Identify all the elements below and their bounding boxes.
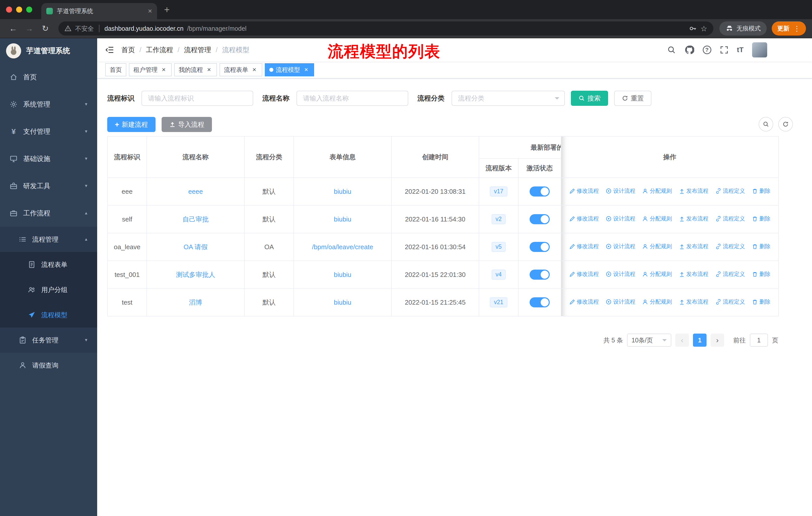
active-status-toggle[interactable] — [529, 242, 550, 252]
sidebar-collapse-icon[interactable] — [105, 46, 114, 54]
modify-process-link[interactable]: 修改流程 — [569, 270, 599, 278]
fullscreen-icon[interactable] — [720, 46, 728, 54]
process-category-select[interactable]: 流程分类 — [452, 91, 565, 106]
design-process-link[interactable]: 设计流程 — [606, 215, 635, 222]
version-badge[interactable]: v17 — [490, 186, 507, 196]
process-definition-link[interactable]: 流程定义 — [715, 215, 745, 222]
browser-menu-icon[interactable]: ⋮ — [793, 24, 801, 33]
reset-button[interactable]: 重置 — [614, 91, 651, 106]
create-process-button[interactable]: + 新建流程 — [107, 117, 155, 132]
view-tag[interactable]: 租户管理 — [129, 63, 172, 76]
breadcrumb-item[interactable]: 流程管理 — [184, 45, 222, 54]
font-size-icon[interactable]: tT — [737, 46, 744, 54]
delete-process-link[interactable]: 删除 — [752, 215, 771, 222]
process-name-link[interactable]: eeee — [188, 188, 203, 195]
process-definition-link[interactable]: 流程定义 — [715, 187, 745, 195]
assign-rule-link[interactable]: 分配规则 — [642, 215, 672, 222]
form-info-link[interactable]: biubiu — [334, 299, 351, 306]
publish-process-link[interactable]: 发布流程 — [679, 187, 708, 195]
process-name-link[interactable]: 自己审批 — [182, 215, 209, 223]
design-process-link[interactable]: 设计流程 — [606, 270, 635, 278]
sidebar-item-workflow[interactable]: 工作流程 — [0, 199, 97, 227]
design-process-link[interactable]: 设计流程 — [606, 243, 635, 250]
forward-icon[interactable]: → — [22, 21, 36, 35]
sidebar-item-devtools[interactable]: 研发工具 — [0, 172, 97, 199]
process-definition-link[interactable]: 流程定义 — [715, 270, 745, 278]
search-button[interactable]: 搜索 — [571, 91, 608, 106]
delete-process-link[interactable]: 删除 — [752, 270, 771, 278]
sidebar-item-payment[interactable]: ¥ 支付管理 — [0, 118, 97, 145]
security-label[interactable]: 不安全 — [75, 24, 94, 33]
window-zoom-button[interactable] — [26, 6, 32, 12]
publish-process-link[interactable]: 发布流程 — [679, 270, 708, 278]
goto-page-input[interactable] — [750, 333, 768, 347]
search-icon[interactable] — [667, 45, 676, 54]
form-info-link[interactable]: biubiu — [334, 188, 351, 195]
prev-page-button[interactable] — [675, 333, 689, 347]
assign-rule-link[interactable]: 分配规则 — [642, 298, 672, 306]
sidebar-item-task-management[interactable]: 任务管理 — [0, 328, 97, 353]
version-badge[interactable]: v5 — [492, 242, 506, 252]
assign-rule-link[interactable]: 分配规则 — [642, 187, 672, 195]
sidebar-item-process-form[interactable]: 流程表单 — [0, 252, 97, 277]
breadcrumb-item[interactable]: 工作流程 — [146, 45, 184, 54]
bookmark-star-icon[interactable]: ☆ — [700, 24, 707, 33]
process-key-input[interactable] — [141, 91, 253, 106]
back-icon[interactable]: ← — [6, 21, 20, 35]
tag-close-icon[interactable] — [160, 66, 167, 73]
form-info-link[interactable]: /bpm/oa/leave/create — [312, 243, 373, 251]
modify-process-link[interactable]: 修改流程 — [569, 215, 599, 222]
process-definition-link[interactable]: 流程定义 — [715, 298, 745, 306]
import-process-button[interactable]: 导入流程 — [162, 117, 212, 132]
reload-icon[interactable]: ↻ — [38, 21, 52, 35]
delete-process-link[interactable]: 删除 — [752, 243, 771, 250]
view-tag[interactable]: 流程模型 — [265, 63, 314, 76]
help-icon[interactable]: ? — [703, 46, 711, 54]
next-page-button[interactable] — [710, 333, 724, 347]
publish-process-link[interactable]: 发布流程 — [679, 243, 708, 250]
view-tag[interactable]: 我的流程 — [174, 63, 217, 76]
assign-rule-link[interactable]: 分配规则 — [642, 243, 672, 250]
window-close-button[interactable] — [6, 6, 12, 12]
form-info-link[interactable]: biubiu — [334, 215, 351, 223]
hide-search-button[interactable] — [759, 117, 773, 132]
modify-process-link[interactable]: 修改流程 — [569, 298, 599, 306]
address-bar[interactable]: 不安全 dashboard.yudao.iocoder.cn /bpm/mana… — [58, 21, 713, 35]
process-name-input[interactable] — [296, 91, 408, 106]
design-process-link[interactable]: 设计流程 — [606, 298, 635, 306]
form-info-link[interactable]: biubiu — [334, 271, 351, 278]
github-icon[interactable] — [685, 45, 694, 55]
sidebar-item-system[interactable]: 系统管理 — [0, 91, 97, 118]
version-badge[interactable]: v4 — [492, 270, 506, 279]
password-key-icon[interactable] — [689, 24, 697, 32]
sidebar-item-home[interactable]: 首页 — [0, 63, 97, 91]
assign-rule-link[interactable]: 分配规则 — [642, 270, 672, 278]
tag-close-icon[interactable] — [205, 66, 212, 73]
process-name-link[interactable]: 测试多审批人 — [176, 271, 215, 278]
active-status-toggle[interactable] — [529, 270, 550, 280]
design-process-link[interactable]: 设计流程 — [606, 187, 635, 195]
version-badge[interactable]: v21 — [490, 297, 507, 307]
view-tag[interactable]: 首页 — [105, 63, 126, 76]
new-tab-button[interactable]: + — [164, 4, 170, 15]
modify-process-link[interactable]: 修改流程 — [569, 243, 599, 250]
tag-close-icon[interactable] — [251, 66, 258, 73]
tab-close-icon[interactable]: × — [148, 7, 152, 15]
delete-process-link[interactable]: 删除 — [752, 187, 771, 195]
window-minimize-button[interactable] — [16, 6, 22, 12]
sidebar-item-leave-query[interactable]: 请假查询 — [0, 353, 97, 378]
breadcrumb-item[interactable]: 首页 — [121, 45, 146, 54]
refresh-table-button[interactable] — [778, 117, 793, 132]
version-badge[interactable]: v2 — [492, 214, 506, 224]
process-definition-link[interactable]: 流程定义 — [715, 243, 745, 250]
process-name-link[interactable]: OA 请假 — [183, 243, 207, 251]
user-avatar[interactable] — [752, 42, 767, 57]
active-status-toggle[interactable] — [529, 186, 550, 196]
chrome-update-button[interactable]: 更新 ⋮ — [772, 21, 806, 35]
sidebar-item-process-management[interactable]: 流程管理 — [0, 227, 97, 252]
view-tag[interactable]: 流程表单 — [220, 63, 262, 76]
publish-process-link[interactable]: 发布流程 — [679, 298, 708, 306]
process-name-link[interactable]: 滔博 — [189, 299, 202, 306]
browser-tab[interactable]: 芋道管理系统 × — [41, 3, 157, 19]
app-logo-row[interactable]: 芋道管理系统 — [0, 38, 97, 63]
